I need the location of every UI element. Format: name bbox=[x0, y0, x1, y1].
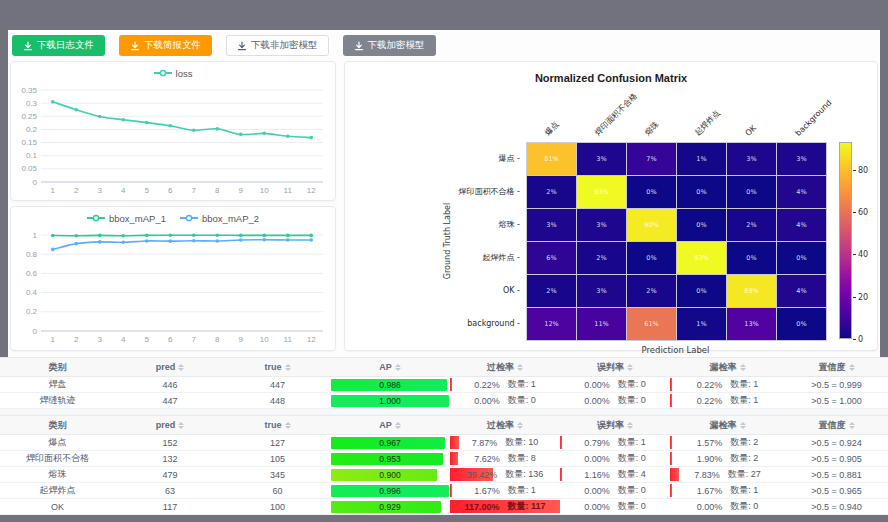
rate-count: 数量: 2 bbox=[730, 452, 758, 465]
ap-value: 0.953 bbox=[331, 453, 449, 465]
sort-caret-icon bbox=[285, 422, 291, 429]
svg-text:2: 2 bbox=[74, 335, 79, 344]
cell-false-rate: 0.79%数量: 1 bbox=[560, 435, 670, 450]
colorbar-tick-mark bbox=[853, 212, 856, 213]
miss-rate-text: 0.22%数量: 1 bbox=[697, 378, 759, 391]
column-header-miss-rate[interactable]: 漏检率 bbox=[670, 415, 785, 435]
rate-count: 数量: 136 bbox=[505, 468, 543, 481]
rate-count: 数量: 0 bbox=[618, 500, 646, 513]
cell-over-rate: 7.62%数量: 8 bbox=[450, 451, 560, 466]
column-header-confidence[interactable]: 置信度 bbox=[785, 357, 888, 377]
over-rate-text: 0.22%数量: 1 bbox=[474, 378, 536, 391]
rate-count: 数量: 0 bbox=[618, 484, 646, 497]
rate-percent: 0.79% bbox=[584, 438, 610, 448]
matrix-cell: 2% bbox=[577, 242, 626, 274]
svg-text:1: 1 bbox=[51, 335, 56, 344]
column-header-true[interactable]: true bbox=[225, 357, 330, 377]
column-header-pred[interactable]: pred bbox=[115, 357, 225, 377]
table-header-row: 类别predtrueAP过检率误判率漏检率置信度 bbox=[0, 357, 888, 377]
column-header-ap[interactable]: AP bbox=[330, 357, 450, 377]
rate-count: 数量: 0 bbox=[618, 378, 646, 391]
cell-ap: 0.986 bbox=[330, 377, 450, 392]
download-report-button[interactable]: 下载简报文件 bbox=[119, 35, 212, 56]
table-row: 焊缝轨迹4474481.0000.00%数量: 00.00%数量: 00.22%… bbox=[0, 393, 888, 409]
rate-percent: 7.83% bbox=[694, 470, 720, 480]
legend-label: loss bbox=[176, 68, 193, 79]
cell-category: 焊盘 bbox=[0, 377, 115, 392]
matrix-cell: 1% bbox=[677, 143, 726, 175]
column-header-label: true bbox=[264, 420, 281, 430]
matrix-cell: 0% bbox=[777, 308, 826, 340]
rate-percent: 1.57% bbox=[697, 438, 723, 448]
sort-caret-icon bbox=[627, 364, 633, 371]
matrix-cell: 3% bbox=[527, 209, 576, 241]
charts-region: 下载日志文件 下载简报文件 下载非加密模型 下载加密模型 loss 00.050… bbox=[8, 30, 880, 357]
legend-item-bbox_mAP_2[interactable]: bbox_mAP_2 bbox=[180, 213, 259, 224]
svg-text:3: 3 bbox=[98, 335, 103, 344]
cell-ap: 0.929 bbox=[330, 499, 450, 514]
matrix-row-label: 起焊炸点 - bbox=[351, 252, 520, 263]
sort-caret-icon bbox=[849, 422, 855, 429]
sort-caret-icon bbox=[395, 422, 401, 429]
metrics-tables: 类别predtrueAP过检率误判率漏检率置信度焊盘4464470.9860.2… bbox=[0, 357, 888, 515]
rate-count: 数量: 1 bbox=[618, 436, 646, 449]
matrix-cell: 2% bbox=[727, 209, 776, 241]
cell-confidence: >0.5 = 0.905 bbox=[785, 451, 888, 466]
matrix-cell: 4% bbox=[777, 176, 826, 208]
column-header-ap[interactable]: AP bbox=[330, 415, 450, 435]
matrix-cell: 12% bbox=[527, 308, 576, 340]
colorbar-tick-mark bbox=[853, 170, 856, 171]
ap-value: 0.900 bbox=[331, 469, 449, 481]
ap-bar-track: 1.000 bbox=[331, 395, 449, 407]
legend-item-bbox_mAP_1[interactable]: bbox_mAP_1 bbox=[87, 213, 166, 224]
column-header-over-rate[interactable]: 过检率 bbox=[450, 357, 560, 377]
ap-value: 1.000 bbox=[331, 395, 449, 407]
column-header-confidence[interactable]: 置信度 bbox=[785, 415, 888, 435]
sort-caret-icon bbox=[740, 422, 746, 429]
column-header-label: 类别 bbox=[49, 419, 67, 432]
over-rate-bar bbox=[450, 484, 452, 497]
column-header-label: 置信度 bbox=[819, 419, 846, 432]
confusion-matrix: 81%3%7%1%3%3%2%93%0%0%0%4%3%3%90%0%2%4%6… bbox=[351, 86, 871, 348]
map-chart-legend: bbox_mAP_1bbox_mAP_2 bbox=[11, 207, 335, 229]
matrix-column-label: 爆点 bbox=[542, 119, 561, 138]
svg-text:4: 4 bbox=[121, 335, 126, 344]
ap-bar-track: 0.953 bbox=[331, 453, 449, 465]
svg-text:12: 12 bbox=[307, 335, 316, 344]
column-header-true[interactable]: true bbox=[225, 415, 330, 435]
column-header-pred[interactable]: pred bbox=[115, 415, 225, 435]
column-header-over-rate[interactable]: 过检率 bbox=[450, 415, 560, 435]
over-rate-text: 7.62%数量: 8 bbox=[474, 452, 536, 465]
column-header-false-rate[interactable]: 误判率 bbox=[560, 415, 670, 435]
download-icon bbox=[354, 41, 364, 51]
column-header-category[interactable]: 类别 bbox=[0, 357, 115, 377]
table-row: 起焊炸点63600.9961.67%数量: 10.00%数量: 01.67%数量… bbox=[0, 483, 888, 499]
rate-count: 数量: 8 bbox=[508, 452, 536, 465]
column-header-miss-rate[interactable]: 漏检率 bbox=[670, 357, 785, 377]
rate-percent: 0.00% bbox=[584, 454, 610, 464]
column-header-label: 过检率 bbox=[487, 419, 514, 432]
matrix-cell: 89% bbox=[727, 275, 776, 307]
download-unencrypted-model-button[interactable]: 下载非加密模型 bbox=[226, 35, 329, 56]
sort-caret-icon bbox=[517, 422, 523, 429]
legend-item-loss[interactable]: loss bbox=[154, 68, 193, 79]
matrix-row-label: 熔珠 - bbox=[351, 219, 520, 230]
svg-text:0.3: 0.3 bbox=[26, 99, 38, 108]
column-header-label: 误判率 bbox=[597, 361, 624, 374]
column-header-label: 漏检率 bbox=[710, 361, 737, 374]
cell-confidence: >0.5 = 1.000 bbox=[785, 393, 888, 408]
download-log-button[interactable]: 下载日志文件 bbox=[12, 35, 105, 56]
legend-label: bbox_mAP_2 bbox=[202, 213, 259, 224]
cell-over-rate: 39.42%数量: 136 bbox=[450, 467, 560, 482]
cell-false-rate: 0.00%数量: 0 bbox=[560, 483, 670, 498]
cell-miss-rate: 7.83%数量: 27 bbox=[670, 467, 785, 482]
matrix-column-label: 熔珠 bbox=[642, 119, 661, 138]
rate-count: 数量: 2 bbox=[730, 436, 758, 449]
ap-bar-track: 0.996 bbox=[331, 485, 449, 497]
toolbar: 下载日志文件 下载简报文件 下载非加密模型 下载加密模型 bbox=[10, 35, 878, 56]
cell-true: 60 bbox=[225, 483, 330, 498]
column-header-category[interactable]: 类别 bbox=[0, 415, 115, 435]
column-header-false-rate[interactable]: 误判率 bbox=[560, 357, 670, 377]
legend-line-icon bbox=[154, 68, 172, 78]
download-encrypted-model-button[interactable]: 下载加密模型 bbox=[343, 35, 436, 56]
